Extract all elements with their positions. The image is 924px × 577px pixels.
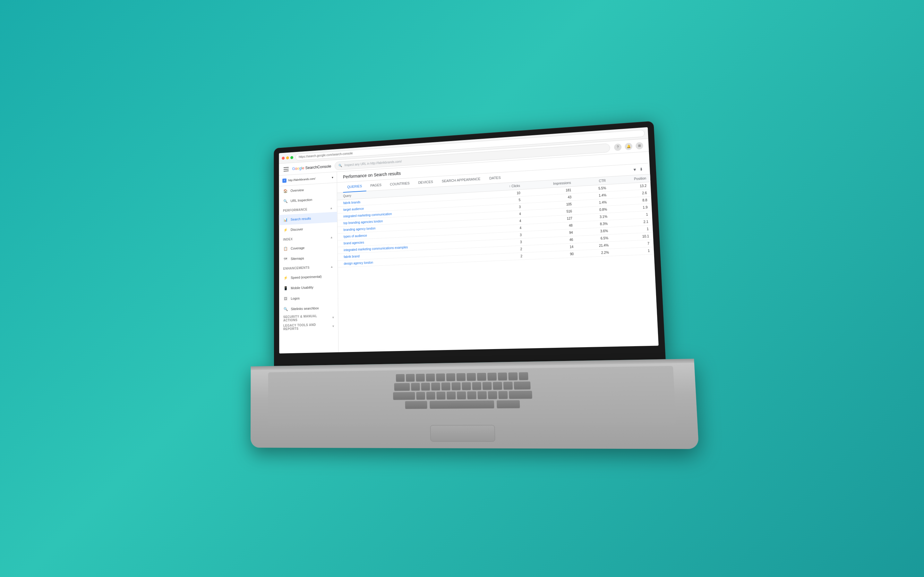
cell-position: 1 bbox=[613, 247, 654, 256]
tab-dates-label: DATES bbox=[489, 176, 501, 180]
sidebar-label-url-inspection: URL Inspection bbox=[291, 198, 312, 203]
key bbox=[487, 373, 497, 380]
laptop-base bbox=[250, 359, 699, 449]
trackpad[interactable] bbox=[430, 425, 495, 442]
coverage-icon: 📋 bbox=[283, 246, 288, 251]
close-window-button[interactable] bbox=[282, 156, 284, 160]
key bbox=[441, 382, 451, 390]
chevron-up-icon: ▲ bbox=[330, 206, 333, 210]
tab-dates[interactable]: DATES bbox=[485, 172, 505, 184]
key bbox=[497, 400, 520, 408]
sidebar-label-speed: Speed (experimental) bbox=[291, 275, 321, 279]
fullscreen-window-button[interactable] bbox=[290, 156, 293, 159]
key bbox=[472, 382, 481, 390]
key bbox=[436, 392, 445, 399]
url-text: https://search.google.com/search-console bbox=[299, 152, 353, 159]
chevron-down-icon-2: ▾ bbox=[333, 324, 334, 328]
sidebar-item-sitelinks[interactable]: 🔍 Sitelinks searchbox bbox=[279, 302, 338, 315]
key bbox=[457, 392, 466, 399]
key bbox=[488, 391, 497, 398]
space-key bbox=[430, 400, 494, 408]
key bbox=[493, 382, 502, 389]
key bbox=[451, 382, 461, 390]
screen-bezel: https://search.google.com/search-console… bbox=[274, 121, 666, 366]
sidebar-section-performance-label: Performance bbox=[283, 208, 307, 213]
key bbox=[467, 392, 477, 399]
logos-icon: 🖼 bbox=[283, 296, 288, 301]
search-results-icon: 📊 bbox=[283, 218, 288, 222]
chevron-up-icon-2: ▲ bbox=[330, 235, 333, 239]
key bbox=[467, 373, 476, 380]
key bbox=[462, 382, 471, 390]
site-dropdown-icon: ▾ bbox=[332, 176, 333, 179]
site-favicon: f bbox=[282, 178, 286, 183]
site-url: http://fabrikbrands.com/ bbox=[288, 176, 330, 182]
browser-window-controls bbox=[282, 156, 293, 160]
screen: https://search.google.com/search-console… bbox=[279, 127, 658, 354]
cell-clicks: 2 bbox=[488, 253, 526, 261]
key bbox=[457, 373, 466, 380]
filter-actions: ▼ ⬇ bbox=[633, 167, 643, 172]
discover-icon: ⚡ bbox=[283, 227, 288, 233]
key bbox=[436, 374, 445, 381]
key bbox=[446, 373, 455, 380]
key bbox=[411, 383, 420, 390]
key bbox=[396, 374, 405, 381]
sidebar-label-overview: Overview bbox=[290, 188, 304, 193]
tab-queries[interactable]: QUERIES bbox=[343, 181, 366, 193]
tab-queries-label: QUERIES bbox=[347, 184, 362, 189]
apps-grid-icon[interactable]: ⊞ bbox=[636, 142, 643, 149]
sidebar-label-mobile: Mobile Usability bbox=[291, 285, 313, 290]
tab-devices[interactable]: DEVICES bbox=[414, 176, 438, 188]
key bbox=[416, 374, 425, 381]
key bbox=[514, 382, 530, 389]
data-table-container: Query ↑ Clicks Impressions CTR Position … bbox=[337, 174, 659, 352]
sitelinks-icon: 🔍 bbox=[283, 306, 288, 311]
filter-icon[interactable]: ▼ bbox=[633, 167, 637, 172]
laptop-mockup: https://search.google.com/search-console… bbox=[250, 119, 706, 449]
sidebar-label-sitelinks: Sitelinks searchbox bbox=[291, 306, 319, 311]
key bbox=[416, 392, 425, 400]
overview-icon: 🏠 bbox=[283, 189, 288, 193]
url-inspection-icon: 🔍 bbox=[283, 199, 288, 204]
sidebar-section-index-label: Index bbox=[283, 237, 292, 241]
key bbox=[405, 401, 427, 408]
sidebar-section-security-label: Security & Manual Actions bbox=[283, 314, 333, 322]
minimize-window-button[interactable] bbox=[286, 156, 289, 159]
sitemaps-icon: 🗺 bbox=[283, 256, 288, 261]
help-icon[interactable]: ? bbox=[614, 143, 622, 151]
key bbox=[503, 382, 513, 389]
keyboard-area bbox=[268, 366, 676, 426]
chevron-up-icon-3: ▲ bbox=[330, 265, 333, 268]
key bbox=[393, 392, 415, 400]
hamburger-menu-icon[interactable] bbox=[284, 167, 289, 171]
sidebar-label-logos: Logos bbox=[291, 297, 299, 300]
tab-search-appearance-label: SEARCH APPEARANCE bbox=[442, 177, 481, 183]
sidebar: f http://fabrikbrands.com/ ▾ 🏠 Overview … bbox=[279, 172, 339, 353]
key bbox=[394, 383, 410, 390]
download-icon[interactable]: ⬇ bbox=[640, 167, 643, 171]
search-icon: 🔍 bbox=[338, 164, 342, 167]
key bbox=[498, 391, 507, 398]
app-body: f http://fabrikbrands.com/ ▾ 🏠 Overview … bbox=[279, 152, 659, 354]
key bbox=[431, 383, 440, 390]
chevron-down-icon: ▾ bbox=[332, 316, 334, 319]
sidebar-section-legacy: Legacy tools and reports ▾ bbox=[279, 322, 338, 332]
key bbox=[509, 391, 532, 398]
key bbox=[508, 372, 517, 380]
tab-pages[interactable]: PAGES bbox=[366, 179, 386, 191]
header-right-icons: ? 🔔 ⊞ bbox=[614, 142, 644, 151]
search-placeholder: Inspect any URL in http://fabrikbrands.c… bbox=[344, 160, 402, 167]
sidebar-label-search-results: Search results bbox=[291, 217, 311, 221]
sidebar-section-legacy-label: Legacy tools and reports bbox=[283, 322, 333, 330]
key bbox=[483, 382, 492, 390]
key bbox=[426, 374, 435, 381]
tab-pages-label: PAGES bbox=[370, 183, 381, 187]
key bbox=[519, 372, 528, 380]
page-title: Performance on Search results bbox=[343, 171, 401, 179]
key bbox=[498, 372, 507, 380]
notifications-icon[interactable]: 🔔 bbox=[625, 143, 632, 150]
key bbox=[421, 383, 430, 390]
sidebar-label-sitemaps: Sitemaps bbox=[291, 256, 304, 261]
tab-countries[interactable]: COUNTRIES bbox=[386, 178, 414, 190]
